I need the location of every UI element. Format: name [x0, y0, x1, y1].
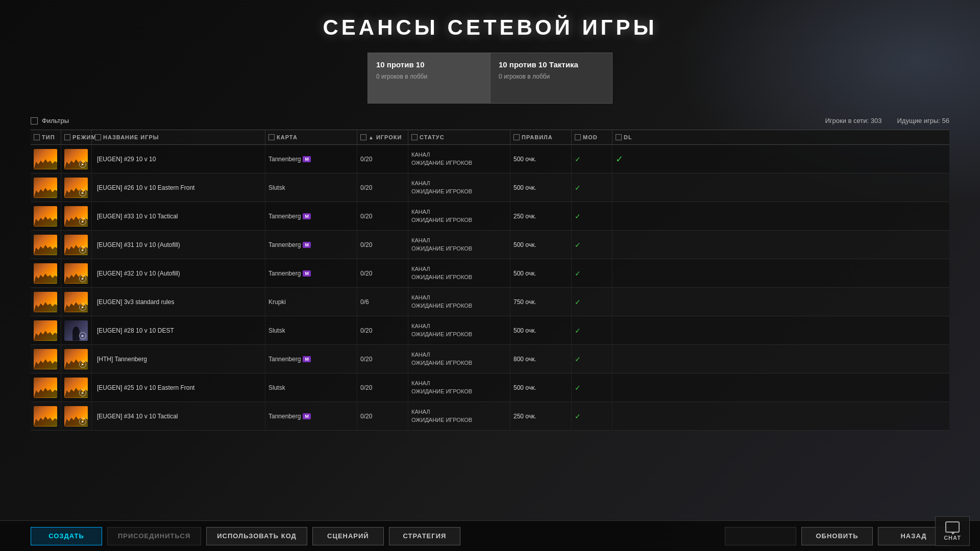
td-type	[31, 345, 61, 373]
mode-card-10v10[interactable]: 10 против 10 0 игроков в лобби	[368, 53, 490, 104]
td-rules: 500 очк.	[510, 316, 572, 344]
td-rules: 500 очк.	[510, 173, 572, 202]
unknown-button[interactable]	[725, 527, 796, 545]
sort-arrow-icon: ▲	[369, 135, 374, 140]
td-status: КАНАЛОЖИДАНИЕ ИГРОКОВ	[408, 345, 510, 373]
td-dl	[612, 288, 643, 316]
table-row[interactable]: [EUGEN] #31 10 v 10 (Autofill)Tannenberg…	[31, 231, 949, 259]
table-row[interactable]: [EUGEN] #28 10 v 10 DESTSlutsk0/20КАНАЛО…	[31, 316, 949, 345]
filters-label: Фильтры	[42, 117, 69, 124]
td-mode	[61, 316, 92, 344]
td-map: Slutsk	[265, 316, 357, 344]
th-rules-checkbox[interactable]	[513, 134, 520, 140]
table-header: ТИП РЕЖИМ НАЗВАНИЕ ИГРЫ КАРТА ▲ ИГРОКИ	[31, 130, 949, 145]
td-mode	[61, 402, 92, 430]
page-title: СЕАНСЫ СЕТЕВОЙ ИГРЫ	[31, 15, 949, 40]
strategy-button[interactable]: СТРАТЕГИЯ	[389, 527, 460, 545]
td-type	[31, 231, 61, 259]
filters-checkbox[interactable]	[31, 117, 38, 124]
table-row[interactable]: [EUGEN] #25 10 v 10 Eastern FrontSlutsk0…	[31, 373, 949, 402]
td-mode	[61, 231, 92, 259]
th-dl-checkbox[interactable]	[616, 134, 622, 140]
td-mod: ✓	[572, 231, 612, 259]
td-map: TannenbergM	[265, 231, 357, 259]
td-mod: ✓	[572, 345, 612, 373]
td-dl	[612, 259, 643, 287]
td-status: КАНАЛОЖИДАНИЕ ИГРОКОВ	[408, 259, 510, 287]
table-row[interactable]: [HTH] TannenbergTannenbergM0/20КАНАЛОЖИД…	[31, 345, 949, 373]
td-status: КАНАЛОЖИДАНИЕ ИГРОКОВ	[408, 173, 510, 202]
th-map-checkbox[interactable]	[268, 134, 275, 140]
filters-left: Фильтры	[31, 117, 69, 124]
td-rules: 500 очк.	[510, 231, 572, 259]
td-status: КАНАЛОЖИДАНИЕ ИГРОКОВ	[408, 231, 510, 259]
td-dl	[612, 173, 643, 202]
table-row[interactable]: [EUGEN] 3v3 standard rulesKrupki0/6КАНАЛ…	[31, 288, 949, 316]
td-dl	[612, 202, 643, 230]
td-rules: 500 очк.	[510, 259, 572, 287]
table-row[interactable]: [EUGEN] #26 10 v 10 Eastern FrontSlutsk0…	[31, 173, 949, 202]
th-type-checkbox[interactable]	[34, 134, 40, 140]
filters-row: Фильтры Игроки в сети: 303 Идущие игры: …	[31, 114, 949, 128]
th-players-checkbox[interactable]	[360, 134, 366, 140]
td-players: 0/20	[357, 402, 408, 430]
th-players[interactable]: ▲ ИГРОКИ	[357, 130, 408, 144]
th-mod-checkbox[interactable]	[575, 134, 581, 140]
create-button[interactable]: СОЗДАТЬ	[31, 527, 102, 545]
table-row[interactable]: [EUGEN] #34 10 v 10 TacticalTannenbergM0…	[31, 402, 949, 431]
td-mod: ✓	[572, 373, 612, 402]
th-name: НАЗВАНИЕ ИГРЫ	[92, 130, 265, 144]
td-game-name: [EUGEN] #25 10 v 10 Eastern Front	[92, 373, 265, 402]
mode-card-10v10-tactical[interactable]: 10 против 10 Тактика 0 игроков в лобби	[490, 53, 612, 104]
td-type	[31, 288, 61, 316]
td-players: 0/6	[357, 288, 408, 316]
td-mode	[61, 259, 92, 287]
td-mode	[61, 288, 92, 316]
refresh-button[interactable]: ОБНОВИТЬ	[801, 527, 873, 545]
td-players: 0/20	[357, 259, 408, 287]
td-game-name: [EUGEN] #33 10 v 10 Tactical	[92, 202, 265, 230]
table-row[interactable]: [EUGEN] #33 10 v 10 TacticalTannenbergM0…	[31, 202, 949, 231]
td-mod: ✓	[572, 145, 612, 173]
td-mode	[61, 145, 92, 173]
td-mod: ✓	[572, 288, 612, 316]
chat-label: CHAT	[944, 535, 961, 541]
td-rules: 800 очк.	[510, 345, 572, 373]
td-map: Slutsk	[265, 173, 357, 202]
td-type	[31, 145, 61, 173]
td-players: 0/20	[357, 345, 408, 373]
td-game-name: [EUGEN] #32 10 v 10 (Autofill)	[92, 259, 265, 287]
td-players: 0/20	[357, 231, 408, 259]
td-game-name: [EUGEN] #31 10 v 10 (Autofill)	[92, 231, 265, 259]
th-map: КАРТА	[265, 130, 357, 144]
td-map: TannenbergM	[265, 145, 357, 173]
td-mod: ✓	[572, 316, 612, 344]
chat-icon	[945, 521, 960, 533]
td-map: Slutsk	[265, 373, 357, 402]
td-status: КАНАЛОЖИДАНИЕ ИГРОКОВ	[408, 373, 510, 402]
td-status: КАНАЛОЖИДАНИЕ ИГРОКОВ	[408, 402, 510, 430]
table-row[interactable]: [EUGEN] #29 10 v 10TannenbergM0/20КАНАЛО…	[31, 145, 949, 173]
td-map: TannenbergM	[265, 402, 357, 430]
th-mode: РЕЖИМ	[61, 130, 92, 144]
td-type	[31, 402, 61, 430]
td-dl: ✓	[612, 145, 643, 173]
table-row[interactable]: [EUGEN] #32 10 v 10 (Autofill)Tannenberg…	[31, 259, 949, 288]
scenario-button[interactable]: СЦЕНАРИЙ	[312, 527, 384, 545]
td-map: TannenbergM	[265, 259, 357, 287]
th-status-checkbox[interactable]	[411, 134, 418, 140]
th-mode-checkbox[interactable]	[64, 134, 70, 140]
td-type	[31, 373, 61, 402]
td-type	[31, 173, 61, 202]
th-type: ТИП	[31, 130, 61, 144]
td-mode	[61, 202, 92, 230]
use-code-button[interactable]: ИСПОЛЬЗОВАТЬ КОД	[206, 527, 307, 545]
th-mod: MOD	[572, 130, 612, 144]
td-dl	[612, 231, 643, 259]
th-name-checkbox[interactable]	[95, 134, 101, 140]
chat-button[interactable]: CHAT	[935, 516, 970, 546]
td-mod: ✓	[572, 202, 612, 230]
th-rules: ПРАВИЛА	[510, 130, 572, 144]
td-players: 0/20	[357, 173, 408, 202]
join-button[interactable]: ПРИСОЕДИНИТЬСЯ	[107, 527, 201, 545]
